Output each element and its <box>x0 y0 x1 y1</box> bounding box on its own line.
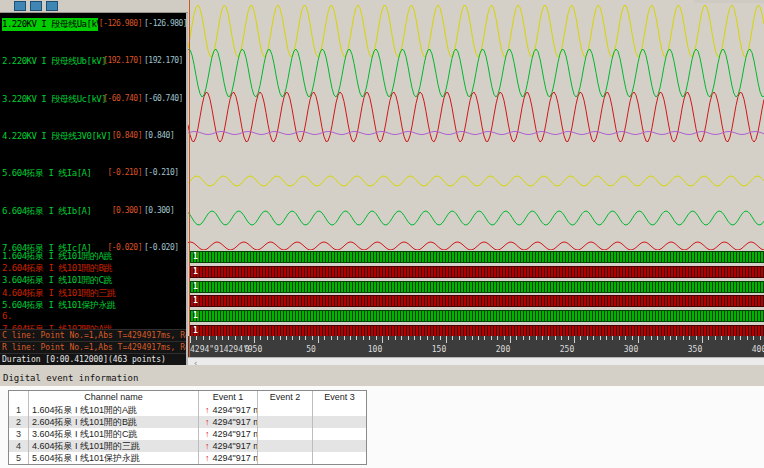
analog-waveform-canvas <box>188 0 764 250</box>
digital-channel-label[interactable]: 1.604拓泉 I 线101開的A跳 <box>2 250 186 261</box>
cursor-value-r: [0.840] <box>144 131 174 140</box>
ruler-tick <box>337 336 338 340</box>
event1-cell: ↑4294"917 ms <box>199 452 258 464</box>
ruler-tick <box>516 336 517 340</box>
toolbar-button-icon[interactable] <box>30 1 42 11</box>
toolbar-button-icon[interactable] <box>46 1 58 11</box>
analog-channel-row[interactable]: 6.604拓泉 I 线Ib[A][0.300][0.300] <box>2 205 186 217</box>
ruler-tick <box>440 336 441 340</box>
analog-channel-label: 6.604拓泉 I 线Ib[A] <box>2 205 91 218</box>
ruler-tick <box>548 336 549 340</box>
analog-channel-row[interactable]: 4.220KV I 段母线3V0[kV][0.840][0.840] <box>2 130 186 142</box>
ruler-tick <box>465 336 466 340</box>
ruler-tick <box>702 336 703 343</box>
ruler-tick <box>376 336 377 340</box>
event-table-row[interactable]: 22.604拓泉 I 线101開的B跳↑4294"917 ms <box>9 416 366 428</box>
ruler-tick <box>536 336 537 340</box>
ruler-tick <box>497 336 498 340</box>
ruler-tick <box>593 336 594 340</box>
ruler-tick <box>612 336 613 340</box>
digital-channel-bar: 1 <box>190 295 764 307</box>
cursor-value-c: [192.170] <box>103 56 142 65</box>
event-table-header-cell <box>9 391 29 404</box>
analog-channel-row[interactable]: 1.220KV I 段母线Ua[kV][-126.980][-126.980] <box>2 18 186 30</box>
digital-state-value: 1 <box>193 252 198 262</box>
event-table-header-cell: Channel name <box>29 391 199 404</box>
window-title-fragment <box>694 0 764 3</box>
row-number: 4 <box>9 440 29 452</box>
ruler-tick <box>203 336 204 340</box>
analog-channel-row[interactable]: 3.220KV I 段母线Uc[kV][-60.740][-60.740] <box>2 93 186 105</box>
ruler-tick <box>638 336 639 343</box>
ruler-tick <box>292 336 293 340</box>
digital-event-section: Digital event information Channel nameEv… <box>0 365 764 468</box>
ruler-time-label: 150 <box>432 345 446 354</box>
event2-cell <box>258 452 313 464</box>
event3-cell <box>313 416 366 428</box>
digital-channel-label[interactable]: 3.604拓泉 I 线101開的C跳 <box>2 274 186 285</box>
event-table-row[interactable]: 33.604拓泉 I 线101開的C跳↑4294"917 ms <box>9 428 366 440</box>
ruler-tick <box>510 336 511 343</box>
cursor-value-c: [-60.740] <box>103 94 142 103</box>
digital-channel-bar: 1 <box>190 251 764 263</box>
row-number: 5 <box>9 452 29 464</box>
waveform-trace <box>188 242 764 250</box>
analog-channel-row[interactable]: 2.220KV I 段母线Ub[kV][192.170][192.170] <box>2 55 186 67</box>
ruler-tick <box>280 336 281 340</box>
ruler-tick <box>363 336 364 340</box>
ruler-tick <box>760 336 761 340</box>
event2-cell <box>258 416 313 428</box>
ruler-tick <box>318 336 319 343</box>
ruler-tick <box>587 336 588 340</box>
ruler-tick <box>632 336 633 340</box>
waveform-trace <box>188 211 764 225</box>
rising-edge-arrow-icon: ↑ <box>205 428 210 440</box>
ruler-tick <box>670 336 671 340</box>
toolbar-button-icon[interactable] <box>14 1 26 11</box>
event-table-row[interactable]: 55.604拓泉 I 线101保护永跳↑4294"917 ms <box>9 452 366 464</box>
ruler-tick <box>555 336 556 340</box>
rising-edge-arrow-icon: ↑ <box>205 416 210 428</box>
event-table-row[interactable]: 44.604拓泉 I 线101開的三跳↑4294"917 ms <box>9 440 366 452</box>
c-cursor-line[interactable] <box>189 0 190 357</box>
digital-channel-label[interactable]: 6. <box>2 311 186 322</box>
event-table-row[interactable]: 11.604拓泉 I 线101開的A跳↑4294"917 ms <box>9 404 366 416</box>
event3-cell <box>313 452 366 464</box>
rising-edge-arrow-icon: ↑ <box>205 404 210 416</box>
waveform-trace <box>188 176 764 186</box>
ruler-tick <box>427 336 428 340</box>
analog-channel-label: 3.220KV I 段母线Uc[kV] <box>2 93 106 106</box>
event-table-panel: Channel nameEvent 1Event 2Event 311.604拓… <box>0 386 764 468</box>
ruler-tick <box>542 336 543 340</box>
analog-channel-label: 1.220KV I 段母线Ua[kV] <box>2 18 98 31</box>
cursor-value-c: [0.840] <box>112 131 142 140</box>
digital-channel-label[interactable]: 4.604拓泉 I 线101開的三跳 <box>2 287 186 298</box>
digital-channel-label[interactable]: 5.604拓泉 I 线101保护永跳 <box>2 299 186 310</box>
ruler-time-label: 50 <box>306 345 316 354</box>
digital-channel-label[interactable]: 2.604拓泉 I 线101開的B跳 <box>2 262 186 273</box>
event-table-header-cell: Event 3 <box>313 391 366 404</box>
row-number: 3 <box>9 428 29 440</box>
analog-channel-row[interactable]: 5.604拓泉 I 线Ia[A][-0.210][-0.210] <box>2 167 186 179</box>
cursor-value-c: [-0.210] <box>107 168 142 177</box>
time-axis-ruler: 4294"914294"950050100150200250300350400 <box>188 336 764 357</box>
ruler-tick <box>324 336 325 340</box>
ruler-tick <box>286 336 287 340</box>
panel-divider[interactable] <box>186 0 188 365</box>
row-number: 2 <box>9 416 29 428</box>
digital-channel-bar: 1 <box>190 281 764 293</box>
event-channel-name: 1.604拓泉 I 线101開的A跳 <box>29 404 199 416</box>
ruler-time-label: 300 <box>624 345 638 354</box>
ruler-tick <box>491 336 492 340</box>
ruler-tick <box>644 336 645 340</box>
c-line-status: C line: Point No.=1,Abs T=4294917ms, Rel… <box>0 329 186 341</box>
digital-state-value: 1 <box>193 296 198 306</box>
ruler-tick <box>344 336 345 340</box>
ruler-tick <box>388 336 389 340</box>
ruler-tick <box>254 336 255 343</box>
event2-cell <box>258 440 313 452</box>
ruler-tick <box>299 336 300 340</box>
row-number: 1 <box>9 404 29 416</box>
ruler-tick <box>676 336 677 340</box>
digital-state-value: 1 <box>193 311 198 321</box>
